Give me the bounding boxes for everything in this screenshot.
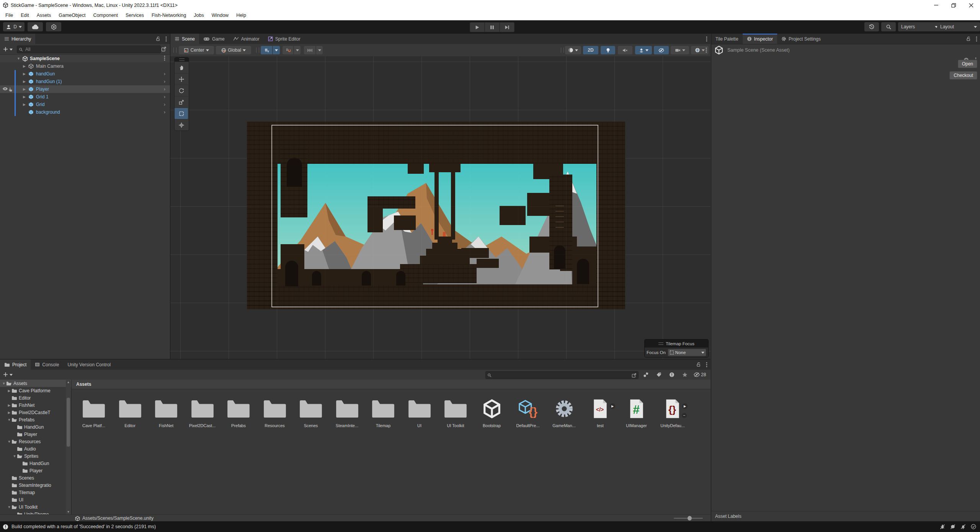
- grid-snapping-toggle[interactable]: Y: [261, 46, 272, 54]
- close-button[interactable]: [962, 0, 980, 10]
- tree-item-fishnet[interactable]: ▶FishNet: [0, 401, 71, 409]
- cache-slash-icon[interactable]: [950, 524, 956, 529]
- unity-hub-button[interactable]: [46, 22, 61, 31]
- undo-history-button[interactable]: [864, 22, 879, 31]
- search-by-type-icon[interactable]: [643, 372, 648, 377]
- rect-tool-button[interactable]: [175, 108, 188, 119]
- tab-scene[interactable]: Scene: [170, 34, 199, 44]
- open-new-window-icon[interactable]: [632, 373, 637, 378]
- pause-button[interactable]: [485, 22, 500, 32]
- snap-increment-toggle[interactable]: [283, 46, 293, 54]
- menu-window[interactable]: Window: [208, 13, 232, 18]
- expand-badge-icon[interactable]: ▶: [610, 403, 615, 409]
- expand-arrow-icon[interactable]: ▶: [23, 95, 26, 99]
- tab-hierarchy[interactable]: Hierarchy: [0, 34, 35, 44]
- minimize-button[interactable]: [927, 0, 945, 10]
- kebab-menu-icon[interactable]: [164, 55, 165, 61]
- expand-arrow-icon[interactable]: ▶: [23, 103, 26, 106]
- asset-item-defaultpre-[interactable]: {}DefaultPre...: [510, 394, 546, 428]
- asset-item-fishnet[interactable]: FishNet: [148, 394, 184, 428]
- bell-slash-icon[interactable]: [960, 524, 966, 529]
- restore-button[interactable]: [945, 0, 962, 10]
- thumbnail-zoom-slider[interactable]: [674, 518, 703, 519]
- hand-tool-button[interactable]: [175, 62, 188, 73]
- asset-item-pixel2dcast-[interactable]: Pixel2DCast...: [185, 394, 220, 428]
- kebab-menu-icon[interactable]: [976, 36, 977, 42]
- toolbar-grip[interactable]: [561, 47, 564, 53]
- tree-item-ui-toolkit[interactable]: ▼UI Toolkit: [0, 503, 71, 511]
- account-button[interactable]: D: [3, 22, 24, 31]
- tools-drag-handle[interactable]: [175, 57, 189, 62]
- kebab-menu-icon[interactable]: [165, 36, 167, 42]
- asset-item-uimanager[interactable]: #UIManager: [619, 394, 655, 428]
- hierarchy-row-grid-1[interactable]: ▶Grid 1›: [0, 93, 170, 101]
- tab-project-settings[interactable]: Project Settings: [777, 34, 825, 44]
- search-by-label-icon[interactable]: [656, 372, 662, 377]
- asset-item-steaminte-[interactable]: SteamInte...: [329, 394, 365, 428]
- hierarchy-row-samplescene[interactable]: ▼SampleScene: [0, 55, 170, 62]
- tree-item-audio[interactable]: Audio: [0, 445, 71, 452]
- hierarchy-search-field[interactable]: [17, 46, 161, 53]
- expand-arrow-icon[interactable]: ▶: [7, 389, 11, 393]
- open-new-window-icon[interactable]: [161, 46, 167, 52]
- checkout-button[interactable]: Checkout: [949, 71, 977, 80]
- asset-item-tilemap[interactable]: Tilemap: [365, 394, 401, 428]
- eye-icon[interactable]: [2, 87, 8, 91]
- menu-help[interactable]: Help: [232, 13, 250, 18]
- expand-arrow-icon[interactable]: ▶: [23, 64, 26, 68]
- hierarchy-row-player[interactable]: ▶Player›: [0, 85, 170, 93]
- expand-arrow-icon[interactable]: ▶: [7, 411, 11, 415]
- increment-snap-button[interactable]: [304, 46, 315, 54]
- effects-dropdown[interactable]: [635, 46, 652, 54]
- prefab-chevron-icon[interactable]: ›: [164, 109, 165, 115]
- grid-snapping-dropdown[interactable]: [273, 46, 280, 54]
- asset-item-bootstrap[interactable]: Bootstrap: [474, 394, 510, 428]
- expand-arrow-icon[interactable]: ▼: [12, 454, 17, 458]
- tab-sprite-editor[interactable]: Sprite Editor: [264, 34, 305, 44]
- menu-component[interactable]: Component: [89, 13, 122, 18]
- hidden-objects-toggle[interactable]: [654, 46, 669, 54]
- draw-mode-dropdown[interactable]: [565, 46, 581, 54]
- orientation-dropdown[interactable]: Global: [216, 46, 251, 54]
- lock-icon[interactable]: [156, 36, 161, 41]
- tree-item-sprites[interactable]: ▼Sprites: [0, 452, 71, 460]
- menu-jobs[interactable]: Jobs: [190, 13, 207, 18]
- pick-icon[interactable]: [8, 87, 13, 92]
- add-dropdown-icon[interactable]: [10, 48, 13, 51]
- tree-item-resources[interactable]: ▼Resources: [0, 438, 71, 445]
- add-asset-button[interactable]: [3, 372, 8, 377]
- scene-viewport[interactable]: Tilemap Focus Focus On None: [170, 56, 710, 359]
- move-tool-button[interactable]: [175, 73, 188, 85]
- expand-badge-icon[interactable]: ▶: [682, 403, 688, 409]
- hierarchy-row-background[interactable]: background›: [0, 108, 170, 116]
- asset-item-ui[interactable]: UI: [402, 394, 438, 428]
- tab-console[interactable]: Console: [31, 359, 63, 370]
- favorites-star-icon[interactable]: [682, 372, 688, 377]
- search-by-import-log-icon[interactable]: [669, 372, 675, 377]
- asset-item-gameman-[interactable]: GameMan...: [546, 394, 582, 428]
- add-object-button[interactable]: [3, 47, 8, 52]
- asset-item-scenes[interactable]: Scenes: [293, 394, 329, 428]
- audio-mute-toggle[interactable]: [618, 46, 632, 54]
- kebab-menu-icon[interactable]: [706, 362, 707, 367]
- focus-on-dropdown[interactable]: None: [668, 349, 706, 356]
- menu-gameobject[interactable]: GameObject: [55, 13, 89, 18]
- 2d-mode-toggle[interactable]: 2D: [583, 46, 598, 54]
- cloud-services-button[interactable]: [28, 22, 43, 31]
- menu-services[interactable]: Services: [122, 13, 148, 18]
- hierarchy-search-input[interactable]: [24, 46, 159, 52]
- tab-tile-palette[interactable]: Tile Palette: [711, 34, 743, 44]
- tree-item-tilemap[interactable]: Tilemap: [0, 489, 71, 496]
- scroll-down-icon[interactable]: ▼: [66, 510, 71, 514]
- global-search-button[interactable]: [881, 22, 896, 31]
- tree-item-assets[interactable]: ▼Assets: [0, 380, 71, 387]
- tree-item-handgun[interactable]: HandGun: [0, 423, 71, 431]
- step-button[interactable]: [500, 22, 514, 32]
- asset-item-test[interactable]: </>▶test: [582, 394, 618, 428]
- transform-tool-button[interactable]: [175, 119, 188, 131]
- scroll-up-icon[interactable]: ▲: [66, 380, 71, 385]
- expand-arrow-icon[interactable]: ▶: [23, 80, 26, 83]
- tree-item-player[interactable]: Player: [0, 467, 71, 474]
- expand-arrow-icon[interactable]: ▶: [23, 87, 26, 91]
- tab-inspector[interactable]: Inspector: [743, 34, 777, 44]
